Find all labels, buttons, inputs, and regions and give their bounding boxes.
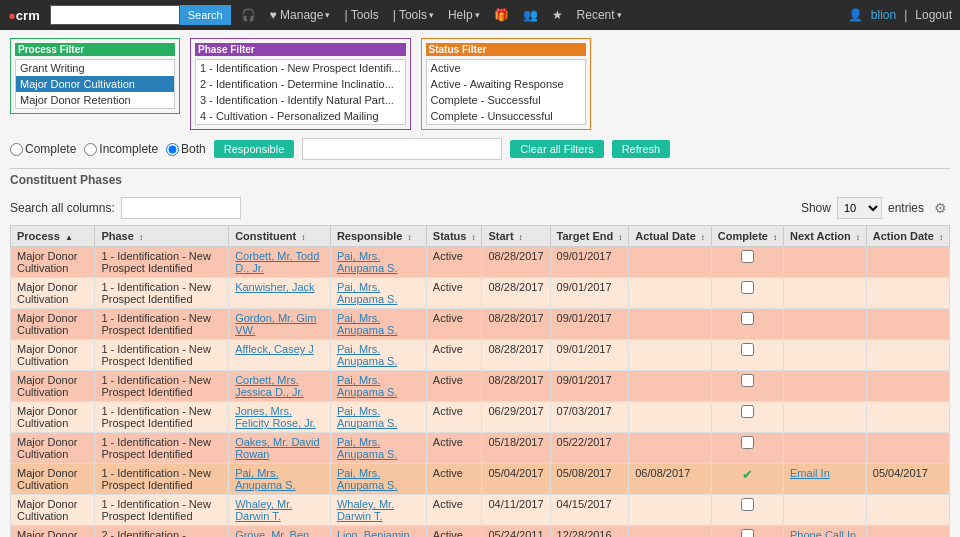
radio-incomplete[interactable]	[84, 143, 97, 156]
user-area: 👤 blion | Logout	[848, 8, 952, 22]
cell-target-end: 09/01/2017	[550, 371, 629, 402]
star-icon[interactable]: ★	[548, 8, 567, 22]
status-filter-item[interactable]: Complete - Successful	[427, 92, 585, 108]
cell-start: 08/28/2017	[482, 371, 550, 402]
logout-button[interactable]: Logout	[915, 8, 952, 22]
cell-complete[interactable]: ✔	[711, 464, 783, 495]
col-target-end[interactable]: Target End ↕	[550, 226, 629, 247]
cell-next-action[interactable]: Email In	[784, 464, 867, 495]
cell-complete[interactable]	[711, 526, 783, 538]
radio-both[interactable]	[166, 143, 179, 156]
cell-target-end: 09/01/2017	[550, 309, 629, 340]
cell-status: Active	[426, 247, 482, 278]
app-logo: ●crm	[8, 8, 40, 23]
table-row: Major Donor Cultivation 1 - Identificati…	[11, 371, 950, 402]
radio-complete-text: Complete	[25, 142, 76, 156]
cell-constituent[interactable]: Jones, Mrs. Felicity Rose, Jr.	[229, 402, 331, 433]
process-filter-list: Grant Writing Major Donor Cultivation Ma…	[15, 59, 175, 109]
headset-icon[interactable]: 🎧	[237, 8, 260, 22]
cell-responsible[interactable]: Pai, Mrs. Anupama S.	[330, 464, 426, 495]
responsible-button[interactable]: Responsible	[214, 140, 295, 158]
process-filter-item[interactable]: Grant Writing	[16, 60, 174, 76]
cell-responsible[interactable]: Pai, Mrs. Anupama S.	[330, 340, 426, 371]
cell-constituent[interactable]: Corbett, Mr. Todd D., Jr.	[229, 247, 331, 278]
cell-constituent[interactable]: Whaley, Mr. Darwin T.	[229, 495, 331, 526]
refresh-button[interactable]: Refresh	[612, 140, 671, 158]
filter-text-input[interactable]	[302, 138, 502, 160]
status-filter-item[interactable]: Complete - Unsuccessful	[427, 108, 585, 124]
cell-responsible[interactable]: Pai, Mrs. Anupama S.	[330, 433, 426, 464]
cell-constituent[interactable]: Corbett, Mrs. Jessica D., Jr.	[229, 371, 331, 402]
cell-responsible[interactable]: Pai, Mrs. Anupama S.	[330, 309, 426, 340]
search-button[interactable]: Search	[180, 5, 231, 25]
col-actual-date[interactable]: Actual Date ↕	[629, 226, 712, 247]
col-responsible[interactable]: Responsible ↕	[330, 226, 426, 247]
cell-constituent[interactable]: Affleck, Casey J	[229, 340, 331, 371]
tools-menu[interactable]: | Tools ▾	[389, 8, 438, 22]
col-phase[interactable]: Phase ↕	[95, 226, 229, 247]
gift-icon[interactable]: 🎁	[490, 8, 513, 22]
gear-icon[interactable]: ⚙	[930, 198, 950, 218]
cell-constituent[interactable]: Gordon, Mr. Gim VW.	[229, 309, 331, 340]
phase-filter-item[interactable]: 3 - Identification - Identify Natural Pa…	[196, 92, 405, 108]
cell-responsible[interactable]: Lion, Benjamin Aaron	[330, 526, 426, 538]
cell-constituent[interactable]: Kanwisher, Jack	[229, 278, 331, 309]
manage-menu[interactable]: ♥ Manage ▾	[266, 8, 335, 22]
cell-target-end: 09/01/2017	[550, 340, 629, 371]
cell-responsible[interactable]: Whaley, Mr. Darwin T.	[330, 495, 426, 526]
cell-next-action[interactable]: Phone Call In	[784, 526, 867, 538]
username[interactable]: blion	[871, 8, 896, 22]
people-icon[interactable]: 👥	[519, 8, 542, 22]
clear-filters-button[interactable]: Clear all Filters	[510, 140, 603, 158]
table-row: Major Donor Cultivation 1 - Identificati…	[11, 247, 950, 278]
cell-constituent[interactable]: Pai, Mrs. Anupama S.	[229, 464, 331, 495]
radio-complete[interactable]	[10, 143, 23, 156]
col-status[interactable]: Status ↕	[426, 226, 482, 247]
cell-process: Major Donor Cultivation	[11, 433, 95, 464]
col-constituent[interactable]: Constituent ↕	[229, 226, 331, 247]
cell-complete[interactable]	[711, 371, 783, 402]
phase-filter-item[interactable]: 2 - Identification - Determine Inclinati…	[196, 76, 405, 92]
cell-actual-date	[629, 526, 712, 538]
cell-complete[interactable]	[711, 340, 783, 371]
cell-responsible[interactable]: Pai, Mrs. Anupama S.	[330, 371, 426, 402]
cell-action-date	[866, 278, 949, 309]
process-filter-item[interactable]: Major Donor Retention	[16, 92, 174, 108]
cell-responsible[interactable]: Pai, Mrs. Anupama S.	[330, 402, 426, 433]
col-action-date[interactable]: Action Date ↕	[866, 226, 949, 247]
cell-complete[interactable]	[711, 402, 783, 433]
help-menu[interactable]: Help ▾	[444, 8, 484, 22]
cell-responsible[interactable]: Pai, Mrs. Anupama S.	[330, 278, 426, 309]
recent-menu[interactable]: Recent ▾	[573, 8, 626, 22]
show-label: Show	[801, 201, 831, 215]
cell-next-action	[784, 340, 867, 371]
col-complete[interactable]: Complete ↕	[711, 226, 783, 247]
col-process[interactable]: Process ▲	[11, 226, 95, 247]
cell-process: Major Donor Cultivation	[11, 526, 95, 538]
cell-complete[interactable]	[711, 278, 783, 309]
search-input[interactable]	[50, 5, 180, 25]
entries-select[interactable]: 10 25 50 100	[837, 197, 882, 219]
table-header-row: Process ▲ Phase ↕ Constituent ↕ Responsi…	[11, 226, 950, 247]
cell-complete[interactable]	[711, 433, 783, 464]
column-search-input[interactable]	[121, 197, 241, 219]
cell-constituent[interactable]: Oakes, Mr. David Rowan	[229, 433, 331, 464]
cell-complete[interactable]	[711, 309, 783, 340]
radio-both-label[interactable]: Both	[166, 142, 206, 156]
col-next-action[interactable]: Next Action ↕	[784, 226, 867, 247]
phase-filter-item[interactable]: 4 - Cultivation - Personalized Mailing	[196, 108, 405, 124]
cell-process: Major Donor Cultivation	[11, 464, 95, 495]
radio-incomplete-label[interactable]: Incomplete	[84, 142, 158, 156]
reports-menu[interactable]: | Tools	[340, 8, 382, 22]
col-start[interactable]: Start ↕	[482, 226, 550, 247]
status-filter-item[interactable]: Active - Awaiting Response	[427, 76, 585, 92]
status-filter-item[interactable]: Active	[427, 60, 585, 76]
cell-complete[interactable]	[711, 495, 783, 526]
cell-constituent[interactable]: Grove, Mr. Ben	[229, 526, 331, 538]
process-filter-item[interactable]: Major Donor Cultivation	[16, 76, 174, 92]
phase-filter-item[interactable]: 1 - Identification - New Prospect Identi…	[196, 60, 405, 76]
cell-complete[interactable]	[711, 247, 783, 278]
cell-responsible[interactable]: Pai, Mrs. Anupama S.	[330, 247, 426, 278]
radio-complete-label[interactable]: Complete	[10, 142, 76, 156]
data-table: Process ▲ Phase ↕ Constituent ↕ Responsi…	[10, 225, 950, 537]
